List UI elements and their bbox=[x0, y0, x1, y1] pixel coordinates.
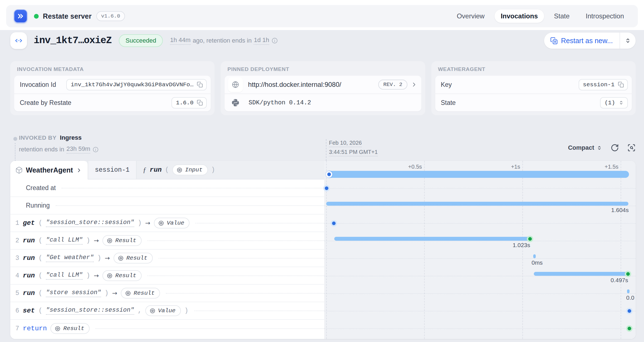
tab-key[interactable]: session-1 bbox=[88, 161, 137, 179]
service-state-row: State (1) bbox=[435, 94, 632, 111]
view-icon bbox=[118, 255, 124, 261]
invocation-title-row: inv_1kt7…oxieZ Succeeded 1h 44m ago, ret… bbox=[10, 32, 636, 50]
created-at-marker[interactable] bbox=[325, 186, 328, 190]
chevron-right-icon bbox=[76, 167, 82, 173]
input-pill[interactable]: Input bbox=[172, 164, 208, 175]
timeline-row-run-get-weather: 0ms bbox=[324, 250, 636, 267]
get-marker[interactable] bbox=[332, 222, 336, 225]
nav-state[interactable]: State bbox=[548, 9, 576, 23]
set-marker[interactable] bbox=[628, 309, 631, 313]
journal-row-run-get-weather[interactable]: 3 run ( "Get weather" ) → Result bbox=[10, 250, 324, 267]
leader-line bbox=[324, 188, 636, 189]
timeline-date: Feb 10, 2026 bbox=[329, 140, 362, 147]
timeline-row-running: 1.604s bbox=[324, 197, 636, 215]
run-bar[interactable] bbox=[533, 254, 536, 258]
view-icon bbox=[107, 238, 113, 244]
journal-row-run-store-session[interactable]: 5 run ( "store session" ) → Result bbox=[10, 285, 324, 302]
result-pill[interactable]: Result bbox=[114, 253, 153, 264]
result-pill[interactable]: Result bbox=[102, 270, 142, 281]
zoom-fit-button[interactable] bbox=[627, 144, 636, 152]
restart-options-caret[interactable] bbox=[620, 33, 636, 49]
return-marker[interactable] bbox=[628, 327, 631, 330]
result-pill[interactable]: Result bbox=[50, 323, 90, 334]
copy-icon[interactable] bbox=[197, 82, 203, 88]
entry-arg: "call LLM" bbox=[46, 272, 83, 280]
journal-row-run-call-llm-1[interactable]: 2 run ( "call LLM" ) → Result bbox=[10, 232, 324, 250]
run-bar[interactable] bbox=[534, 272, 628, 276]
nav-overview[interactable]: Overview bbox=[451, 9, 491, 23]
journal-row-run-call-llm-2[interactable]: 4 run ( "call LLM" ) → Result bbox=[10, 267, 324, 285]
entry-keyword: run bbox=[23, 237, 35, 244]
entry-index: 7 bbox=[15, 325, 19, 332]
tab-service[interactable]: WeatherAgent bbox=[10, 161, 88, 179]
arrow-icon: → bbox=[94, 272, 99, 279]
nav-introspection[interactable]: Introspection bbox=[580, 9, 630, 23]
restart-label: Restart as new... bbox=[561, 37, 613, 45]
density-select[interactable]: Compact bbox=[568, 144, 602, 151]
entry-index: 5 bbox=[15, 290, 19, 297]
paren-close: ) bbox=[86, 237, 90, 244]
tab-handler[interactable]: ƒ run ( Input ) bbox=[137, 161, 324, 179]
refresh-button[interactable] bbox=[611, 144, 619, 152]
paren-open: ( bbox=[38, 290, 42, 297]
row-label: Created at bbox=[26, 184, 56, 192]
row-label: Invocation Id bbox=[20, 81, 56, 88]
cube-icon bbox=[15, 166, 23, 174]
completion-marker[interactable] bbox=[626, 272, 630, 276]
service-key-row: Key session-1 bbox=[435, 76, 632, 94]
arrow-icon: → bbox=[112, 290, 117, 297]
service-key-value: session-1 bbox=[583, 82, 614, 88]
info-icon[interactable] bbox=[271, 37, 278, 44]
invoked-by-value: Ingress bbox=[60, 134, 82, 141]
restart-as-new-button: Restart as new... bbox=[544, 33, 636, 49]
entry-keyword: run bbox=[23, 289, 35, 297]
globe-icon bbox=[228, 77, 243, 92]
paren-open: ( bbox=[165, 166, 169, 174]
state-select[interactable]: (1) bbox=[600, 97, 628, 109]
restate-logo-icon[interactable] bbox=[14, 9, 27, 23]
deployment-endpoint-row[interactable]: http://host.docker.internal:9080/ REV. 2 bbox=[225, 76, 421, 94]
ingress-connector-line bbox=[15, 143, 16, 161]
view-icon bbox=[125, 290, 131, 296]
chevron-up-down-icon bbox=[596, 145, 602, 151]
pill-label: Value bbox=[158, 307, 176, 314]
invocation-start-marker[interactable] bbox=[327, 173, 331, 176]
journal-row-running[interactable]: Running bbox=[10, 197, 324, 215]
chevron-up-down-icon bbox=[625, 37, 631, 44]
entry-arg: "store session" bbox=[46, 289, 101, 297]
copy-icon[interactable] bbox=[197, 100, 203, 106]
value-pill[interactable]: Value bbox=[145, 305, 181, 316]
service-key-chip[interactable]: session-1 bbox=[579, 79, 628, 90]
paren-close: ) bbox=[86, 272, 90, 279]
entry-keyword: get bbox=[23, 219, 35, 227]
invocation-total-bar[interactable] bbox=[326, 171, 629, 178]
run-bar[interactable] bbox=[627, 289, 630, 293]
journal-row-return[interactable]: 7 return Result bbox=[10, 320, 324, 337]
journal-row-set[interactable]: 6 set ( "session_store::session" , Value… bbox=[10, 302, 324, 320]
paren-close: ) bbox=[97, 255, 101, 262]
timeline-row-set bbox=[324, 302, 636, 320]
journal-row-get[interactable]: 1 get ( "session_store::session" ) → Val… bbox=[10, 215, 324, 232]
leader-line bbox=[148, 275, 324, 276]
row-label: Running bbox=[26, 202, 50, 209]
arrow-icon: → bbox=[145, 220, 150, 227]
completion-marker[interactable] bbox=[528, 237, 532, 241]
nav-invocations[interactable]: Invocations bbox=[495, 9, 544, 23]
info-icon[interactable] bbox=[92, 146, 99, 153]
copy-icon[interactable] bbox=[618, 82, 624, 88]
invocation-id-chip[interactable]: inv_1kt7Gh4vJWjY0quwk3GiP8avDGVNFo… bbox=[66, 79, 207, 90]
invocation-metadata-card: INVOCATION METADATA Invocation Id inv_1k… bbox=[10, 61, 215, 115]
entry-index: 6 bbox=[15, 307, 19, 314]
journal-row-created-at[interactable]: Created at bbox=[10, 179, 324, 197]
status-badge: Succeeded bbox=[119, 34, 163, 47]
restate-version-chip[interactable]: 1.6.0 bbox=[171, 97, 207, 109]
timeline-row-get bbox=[324, 215, 636, 232]
result-pill[interactable]: Result bbox=[121, 288, 160, 299]
run-bar[interactable] bbox=[334, 237, 530, 241]
entry-keyword-return: return bbox=[23, 325, 47, 332]
value-pill[interactable]: Value bbox=[154, 218, 190, 228]
result-pill[interactable]: Result bbox=[102, 235, 142, 246]
pill-label: Result bbox=[115, 237, 136, 244]
running-bar[interactable] bbox=[326, 202, 628, 206]
restart-main-segment[interactable]: Restart as new... bbox=[544, 33, 620, 49]
